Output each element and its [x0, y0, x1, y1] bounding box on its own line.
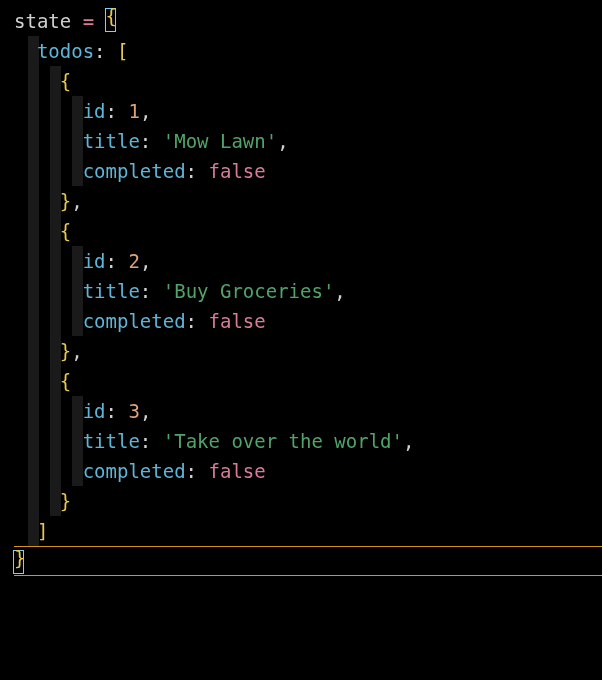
- close-bracket: ]: [37, 520, 48, 542]
- property-key: id: [83, 400, 106, 422]
- string-literal: 'Mow Lawn': [163, 130, 277, 152]
- close-brace: }: [60, 490, 71, 512]
- assign-operator: =: [83, 10, 94, 32]
- code-line: {: [14, 216, 602, 246]
- close-brace: }: [60, 190, 71, 212]
- code-editor[interactable]: state = { todos: [ { id: 1, title: 'Mow …: [0, 0, 602, 578]
- open-brace: {: [60, 370, 71, 392]
- open-brace: {: [60, 220, 71, 242]
- code-line: },: [14, 186, 602, 216]
- property-key: title: [83, 130, 140, 152]
- code-line: {: [14, 66, 602, 96]
- code-line: state = {: [14, 4, 602, 36]
- open-bracket: [: [117, 40, 128, 62]
- code-line: completed: false: [14, 306, 602, 336]
- code-line: title: 'Take over the world',: [14, 426, 602, 456]
- variable-name: state: [14, 10, 71, 32]
- property-key: todos: [37, 40, 94, 62]
- code-line: ]: [14, 516, 602, 546]
- close-brace: }: [60, 340, 71, 362]
- code-line: id: 1,: [14, 96, 602, 126]
- string-literal: 'Take over the world': [163, 430, 403, 452]
- boolean-literal: false: [209, 160, 266, 182]
- code-line: id: 2,: [14, 246, 602, 276]
- code-line: completed: false: [14, 156, 602, 186]
- text-cursor: {: [105, 8, 116, 32]
- matching-brace-highlight: }: [13, 550, 24, 574]
- code-line: }: [14, 546, 602, 578]
- code-line: id: 3,: [14, 396, 602, 426]
- code-line: title: 'Buy Groceries',: [14, 276, 602, 306]
- number-literal: 3: [128, 400, 139, 422]
- property-key: completed: [83, 310, 186, 332]
- property-key: id: [83, 250, 106, 272]
- property-key: id: [83, 100, 106, 122]
- boolean-literal: false: [209, 460, 266, 482]
- code-line: {: [14, 366, 602, 396]
- open-brace: {: [60, 70, 71, 92]
- code-line: todos: [: [14, 36, 602, 66]
- property-key: completed: [83, 460, 186, 482]
- property-key: title: [83, 280, 140, 302]
- code-line: }: [14, 486, 602, 516]
- property-key: completed: [83, 160, 186, 182]
- number-literal: 1: [128, 100, 139, 122]
- code-line: title: 'Mow Lawn',: [14, 126, 602, 156]
- boolean-literal: false: [209, 310, 266, 332]
- property-key: title: [83, 430, 140, 452]
- code-line: completed: false: [14, 456, 602, 486]
- string-literal: 'Buy Groceries': [163, 280, 335, 302]
- code-line: },: [14, 336, 602, 366]
- number-literal: 2: [128, 250, 139, 272]
